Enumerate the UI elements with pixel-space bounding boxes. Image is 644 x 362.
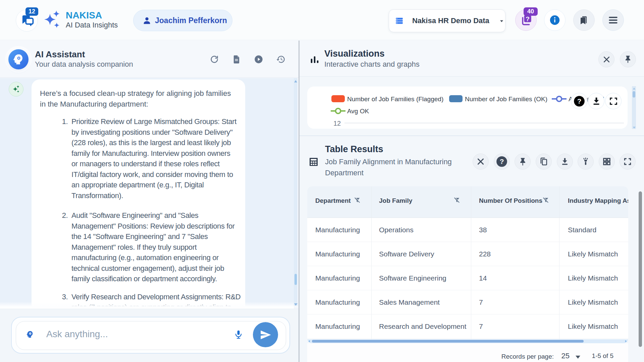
svg-text:?: ? [526,15,530,22]
svg-text:?: ? [577,97,581,105]
svg-text:?: ? [500,158,504,165]
